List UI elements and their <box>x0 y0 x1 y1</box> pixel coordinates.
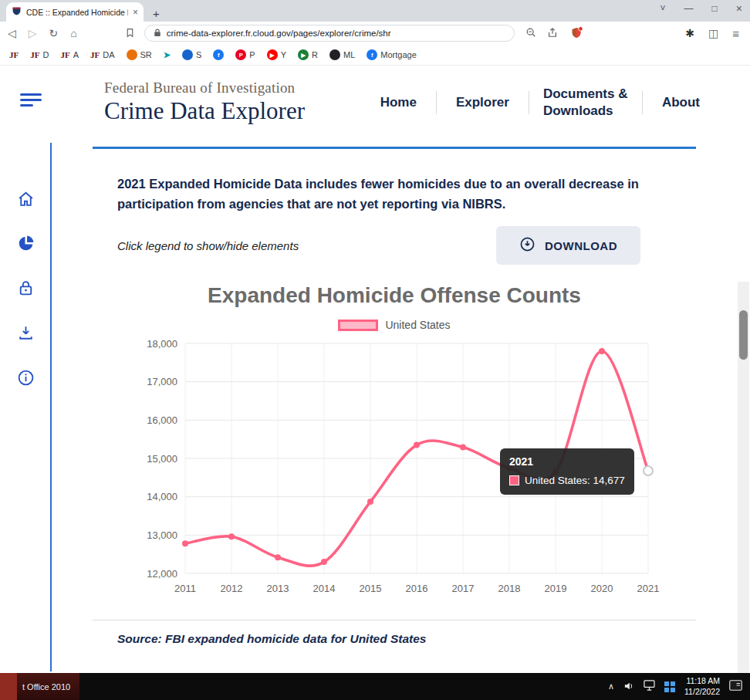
nav-explorer[interactable]: Explorer <box>437 95 529 110</box>
bookmark-label: P <box>249 50 255 59</box>
pie-chart-icon <box>16 234 35 256</box>
nibrs-alert-text: 2021 Expanded Homicide Data includes few… <box>117 174 668 214</box>
chart-area[interactable]: 12,00013,00014,00015,00016,00017,00018,0… <box>128 334 660 609</box>
bookmark-item[interactable]: PP <box>235 49 255 60</box>
tooltip-year: 2021 <box>509 455 625 468</box>
sidebar-item-download[interactable] <box>0 312 51 357</box>
svg-text:2021: 2021 <box>637 583 660 594</box>
lock-icon <box>16 279 35 301</box>
new-tab-button[interactable]: + <box>153 8 160 19</box>
browser-toolbar: ◁ ▷ ↻ ⌂ crime-data-explorer.fr.cloud.gov… <box>0 22 750 45</box>
taskbar-app-button[interactable]: t Office 2010 <box>0 673 79 700</box>
bookmark-item[interactable]: ➤ <box>164 50 171 60</box>
svg-text:15,000: 15,000 <box>147 453 177 465</box>
bookmark-label: ML <box>343 50 355 59</box>
volume-icon[interactable] <box>623 680 634 694</box>
nav-documents-downloads[interactable]: Documents & Downloads <box>529 86 642 119</box>
bookmark-favicon <box>329 49 340 60</box>
window-chevron-icon[interactable]: ˅ <box>660 3 666 14</box>
bookmark-item[interactable]: JF <box>9 50 19 59</box>
info-icon <box>16 368 35 391</box>
bookmark-favicon: JF <box>90 50 100 59</box>
home-icon[interactable]: ⌂ <box>70 28 76 39</box>
bookmark-favicon: f <box>213 49 224 60</box>
window-minimize-button[interactable]: — <box>684 3 694 14</box>
site-brand[interactable]: Federal Bureau of Investigation Crime Da… <box>104 79 305 125</box>
bookmark-label: SR <box>140 50 152 59</box>
svg-text:18,000: 18,000 <box>147 338 177 350</box>
bookmark-label: Y <box>281 50 286 59</box>
bookmark-item[interactable]: ▶Y <box>267 49 286 60</box>
chart-title: Expanded Homicide Offense Counts <box>117 283 671 308</box>
svg-text:17,000: 17,000 <box>147 376 177 387</box>
legend-swatch[interactable] <box>338 320 378 331</box>
download-button[interactable]: DOWNLOAD <box>496 226 640 265</box>
browser-window: CDE :: Expanded Homicide Data × + ˅ — □ … <box>0 0 750 700</box>
sidebar-item-home[interactable] <box>0 178 51 222</box>
nav-about[interactable]: About <box>643 95 719 110</box>
bookmark-favicon <box>182 49 193 60</box>
page-body: 2021 Expanded Homicide Data includes few… <box>0 139 750 673</box>
bookmark-item[interactable]: ▶R <box>298 49 318 60</box>
bookmark-favicon: JF <box>30 50 39 59</box>
notification-center-icon[interactable] <box>729 680 742 694</box>
url-bar[interactable]: crime-data-explorer.fr.cloud.gov/pages/e… <box>144 25 515 42</box>
svg-text:2016: 2016 <box>406 583 428 594</box>
bookmark-item[interactable]: JFA <box>60 50 79 59</box>
bookmark-label: Mortgage <box>380 50 416 59</box>
bookmark-item[interactable]: ML <box>329 49 355 60</box>
hamburger-menu-icon[interactable] <box>20 93 42 107</box>
bookmark-item[interactable]: fMortgage <box>367 49 416 60</box>
sidebar-item-info[interactable] <box>0 357 51 401</box>
bookmark-item[interactable]: SR <box>127 49 152 60</box>
tray-chevron-up-icon[interactable]: ∧ <box>608 681 614 692</box>
bookmark-item[interactable]: f <box>213 49 224 60</box>
back-icon[interactable]: ◁ <box>8 28 16 39</box>
svg-text:2019: 2019 <box>545 583 567 594</box>
bookmark-item[interactable]: S <box>182 49 201 60</box>
tab-close-icon[interactable]: × <box>133 7 138 18</box>
taskbar-clock[interactable]: 11:18 AM 11/2/2022 <box>684 676 720 697</box>
security-shield-badge-icon[interactable] <box>570 26 583 40</box>
scrollbar-thumb[interactable] <box>739 310 748 360</box>
side-panel-icon[interactable]: ◫ <box>708 28 718 39</box>
svg-text:14,000: 14,000 <box>147 491 177 502</box>
extension-pin-icon[interactable]: ✱ <box>685 28 694 39</box>
url-text: crime-data-explorer.fr.cloud.gov/pages/e… <box>167 29 391 38</box>
forward-icon[interactable]: ▷ <box>29 28 37 39</box>
bookmarks-bar: JFJFDJFAJFDASR➤SfPP▶Y▶RMLfMortgage <box>0 45 750 66</box>
bookmark-label: D <box>42 50 49 59</box>
browser-menu-icon[interactable]: ≡ <box>732 28 739 39</box>
svg-text:2015: 2015 <box>360 583 382 594</box>
nav-home[interactable]: Home <box>361 95 436 110</box>
svg-text:2014: 2014 <box>313 583 336 594</box>
share-icon[interactable] <box>547 27 558 39</box>
window-maximize-button[interactable]: □ <box>712 3 718 14</box>
bookmark-favicon: ▶ <box>267 49 278 60</box>
download-button-label: DOWNLOAD <box>545 239 617 252</box>
legend-label: United States <box>385 319 450 331</box>
bookmark-item[interactable]: JFD <box>30 50 49 59</box>
bookmark-label: S <box>196 50 201 59</box>
window-close-button[interactable]: × <box>736 2 742 15</box>
sidebar-item-lock[interactable] <box>0 267 51 312</box>
clock-time: 11:18 AM <box>684 676 720 687</box>
sidebar-item-pie-chart[interactable] <box>0 222 51 267</box>
bookmark-favicon <box>127 49 137 60</box>
left-sidebar <box>0 178 51 401</box>
bookmark-icon[interactable] <box>125 28 135 39</box>
zoom-icon[interactable] <box>525 27 536 39</box>
reload-icon[interactable]: ↻ <box>49 28 59 39</box>
svg-text:2020: 2020 <box>591 583 613 594</box>
page-scrollbar[interactable] <box>738 282 749 700</box>
display-icon[interactable] <box>644 680 655 694</box>
bookmark-item[interactable]: JFDA <box>90 50 115 59</box>
tray-grid-icon[interactable] <box>664 681 675 692</box>
browser-tab[interactable]: CDE :: Expanded Homicide Data × <box>6 2 144 22</box>
home-icon <box>16 189 35 211</box>
download-circle-icon <box>519 236 535 255</box>
chart-legend[interactable]: United States <box>117 319 671 331</box>
https-lock-icon <box>154 29 161 39</box>
tab-title: CDE :: Expanded Homicide Data <box>26 8 128 17</box>
bookmark-favicon: JF <box>9 50 19 59</box>
